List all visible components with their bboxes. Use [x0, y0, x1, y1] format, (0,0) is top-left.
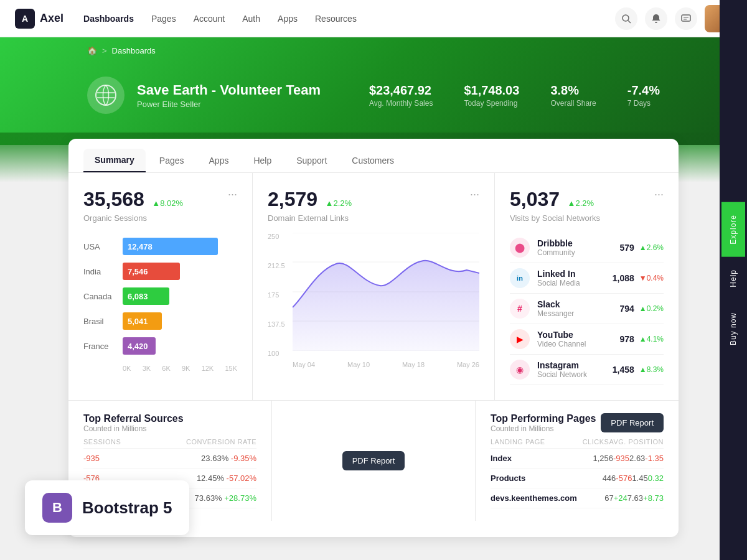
main-wrapper: Summary Pages Apps Help Support Customer…	[0, 133, 747, 537]
bar-row-canada: Canada 6,083	[83, 287, 237, 305]
panel-menu-social[interactable]: ···	[654, 188, 664, 201]
bar-row-france: France 4,420	[83, 337, 237, 355]
hero-stats: $23,467.92 Avg. Monthly Sales $1,748.03 …	[369, 83, 660, 108]
bootstrap-overlay: B Bootstrap 5	[25, 480, 189, 535]
social-item-youtube: ▶ YouTube Video Channel 978 ▲4.1%	[510, 324, 664, 355]
top-page-row-devs: devs.keenthemes.com 67 +24 7.63 +8.73	[491, 488, 664, 508]
top-page-row-products: Products 446 -576 1.45 0.32	[491, 469, 664, 488]
social-networks-panel: 5,037 ▲2.2% ··· Visits by Social Network…	[495, 173, 679, 400]
hero-section: 🏠 > Dashboards Save Earth - Volunteer Te…	[0, 37, 747, 133]
monthly-sales-label: Avg. Monthly Sales	[369, 99, 433, 108]
domain-links-panel: 2,579 ▲2.2% ··· Domain External Links 25…	[253, 173, 494, 400]
messages-button[interactable]	[675, 7, 697, 30]
breadcrumb-sep: >	[102, 46, 107, 55]
organic-sessions-label: Organic Sessions	[83, 213, 237, 223]
line-chart-y-axis: 250 212.5 175 137.5 100	[268, 233, 293, 357]
home-icon[interactable]: 🏠	[87, 46, 97, 55]
slack-icon: #	[510, 299, 530, 319]
hero-stat-overall-share: 3.8% Overall Share	[550, 83, 596, 108]
monthly-sales-value: $23,467.92	[369, 83, 433, 98]
tab-support[interactable]: Support	[285, 149, 338, 172]
tab-summary[interactable]: Summary	[83, 149, 146, 172]
tabs: Summary Pages Apps Help Support Customer…	[68, 139, 679, 173]
slack-type: Messanger	[537, 309, 574, 318]
notifications-button[interactable]	[645, 7, 667, 30]
bar-axis: 0K 3K 6K 9K 12K 15K	[123, 362, 237, 372]
globe-icon	[95, 84, 117, 106]
referral-row-1: -935 23.63% -9.35%	[83, 449, 256, 469]
nav-dashboards[interactable]: Dashboards	[83, 14, 134, 24]
bar-india: 7,546	[123, 263, 180, 280]
hero-stat-7days: -7.4% 7 Days	[627, 83, 660, 108]
panel-menu-domain[interactable]: ···	[470, 188, 479, 201]
hero-content: Save Earth - Volunteer Team Power Elite …	[87, 64, 660, 133]
tab-apps[interactable]: Apps	[198, 149, 240, 172]
social-visits-label: Visits by Social Networks	[510, 213, 664, 223]
slack-name: Slack	[537, 299, 574, 309]
today-spending-value: $1,748.03	[464, 83, 519, 98]
bootstrap-text: Bootstrap 5	[82, 498, 172, 518]
linkedin-name: Linked In	[537, 269, 580, 279]
bell-icon	[651, 14, 661, 24]
logo-icon: A	[15, 9, 35, 29]
search-button[interactable]	[615, 7, 637, 30]
svg-rect-2	[682, 15, 690, 21]
search-icon	[621, 14, 631, 24]
bar-row-brasil: Brasil 5,041	[83, 312, 237, 330]
tab-help[interactable]: Help	[242, 149, 283, 172]
nav-pages[interactable]: Pages	[151, 14, 176, 24]
breadcrumb: 🏠 > Dashboards	[87, 37, 660, 64]
line-chart-svg	[293, 233, 479, 351]
social-item-slack: # Slack Messanger 794 ▲0.2%	[510, 294, 664, 324]
referral-subtitle: Counted in Millions	[83, 424, 256, 433]
bar-country-brasil: Brasil	[83, 317, 118, 326]
tab-pages[interactable]: Pages	[148, 149, 195, 172]
help-sidebar-button[interactable]: Help	[721, 257, 745, 300]
buy-now-button[interactable]: Buy now	[721, 300, 745, 358]
youtube-count: 978	[619, 334, 634, 344]
slack-change: ▲0.2%	[639, 304, 664, 313]
bar-brasil: 5,041	[123, 312, 162, 330]
instagram-count: 1,458	[613, 365, 634, 375]
top-page-row-index: Index 1,256 -935 2.63 -1.35	[491, 449, 664, 469]
overall-share-label: Overall Share	[550, 99, 596, 108]
hero-stat-monthly-sales: $23,467.92 Avg. Monthly Sales	[369, 83, 433, 108]
panels-grid: 35,568 ▲8.02% ··· Organic Sessions USA 1…	[68, 173, 679, 400]
7days-value: -7.4%	[627, 83, 660, 98]
youtube-icon: ▶	[510, 329, 530, 349]
organic-sessions-change: ▲8.02%	[152, 198, 183, 208]
nav-account[interactable]: Account	[194, 14, 225, 24]
message-icon	[681, 14, 691, 24]
organic-sessions-value: 35,568	[83, 188, 144, 210]
right-sidebar: Explore Help Buy now	[720, 0, 747, 560]
nav-resources[interactable]: Resources	[315, 14, 357, 24]
breadcrumb-current: Dashboards	[112, 46, 156, 55]
dribbble-count: 579	[619, 243, 634, 253]
nav-apps[interactable]: Apps	[278, 14, 298, 24]
logo-text: Axel	[40, 12, 63, 25]
hero-info: Save Earth - Volunteer Team Power Elite …	[137, 82, 369, 109]
nav-auth[interactable]: Auth	[242, 14, 260, 24]
tab-customers[interactable]: Customers	[341, 149, 405, 172]
pdf-report-button-2[interactable]: PDF Report	[601, 413, 664, 432]
bar-country-canada: Canada	[83, 292, 118, 301]
slack-count: 794	[619, 304, 634, 314]
linkedin-icon: in	[510, 268, 530, 288]
social-item-dribbble: ⬤ Dribbble Community 579 ▲2.6%	[510, 233, 664, 263]
social-list: ⬤ Dribbble Community 579 ▲2.6% in	[510, 233, 664, 385]
referral-table-header: SESSIONS CONVERSION RATE	[83, 433, 256, 449]
top-pages-header: LANDING PAGE CLICKS AVG. POSITION	[491, 433, 664, 449]
bar-canada: 6,083	[123, 287, 169, 305]
panel-menu-organic[interactable]: ···	[228, 188, 237, 201]
pdf-report-button[interactable]: PDF Report	[342, 451, 405, 470]
pdf-panel: PDF Report	[272, 401, 475, 521]
explore-button[interactable]: Explore	[721, 202, 745, 257]
7days-label: 7 Days	[627, 99, 660, 108]
linkedin-type: Social Media	[537, 279, 580, 287]
dribbble-name: Dribbble	[537, 238, 575, 248]
line-chart-x-axis: May 04 May 10 May 18 May 26	[293, 357, 479, 368]
instagram-name: Instagram	[537, 360, 587, 370]
bootstrap-icon: B	[42, 493, 72, 523]
youtube-type: Video Channel	[537, 340, 586, 348]
logo[interactable]: A Axel	[15, 9, 63, 29]
